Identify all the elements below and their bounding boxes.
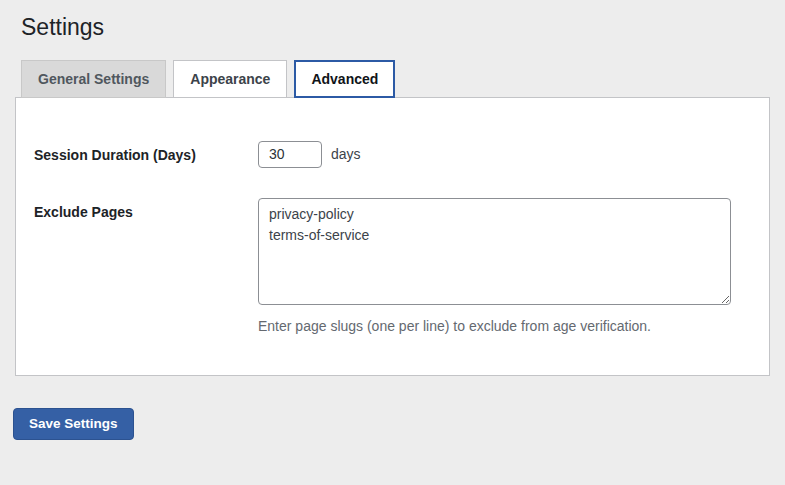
tab-general-settings[interactable]: General Settings — [21, 60, 166, 98]
exclude-pages-label: Exclude Pages — [34, 198, 258, 221]
session-duration-field-group: days — [258, 141, 361, 168]
page-title: Settings — [0, 0, 785, 43]
save-settings-button[interactable]: Save Settings — [13, 408, 134, 440]
session-duration-label: Session Duration (Days) — [34, 141, 258, 164]
advanced-settings-panel: Session Duration (Days) days Exclude Pag… — [15, 97, 770, 376]
tab-appearance[interactable]: Appearance — [173, 60, 287, 98]
settings-tab-bar: General Settings Appearance Advanced — [15, 60, 770, 97]
session-duration-suffix: days — [331, 146, 361, 162]
exclude-pages-help-text: Enter page slugs (one per line) to exclu… — [258, 317, 731, 335]
exclude-pages-textarea[interactable]: privacy-policy terms-of-service — [258, 198, 731, 305]
exclude-pages-field-group: privacy-policy terms-of-service Enter pa… — [258, 198, 731, 335]
session-duration-row: Session Duration (Days) days — [34, 141, 735, 168]
tab-advanced[interactable]: Advanced — [294, 60, 395, 98]
session-duration-input[interactable] — [258, 141, 322, 168]
exclude-pages-row: Exclude Pages privacy-policy terms-of-se… — [34, 198, 735, 335]
